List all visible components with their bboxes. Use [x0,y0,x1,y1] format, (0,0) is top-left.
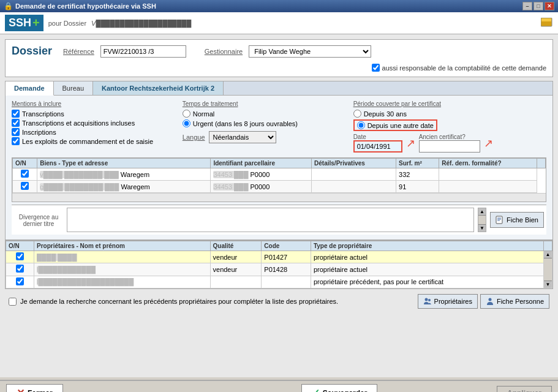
scroll-down-btn[interactable]: ▼ [478,224,486,232]
proprietaires-btn-label: Propriétaires [434,298,472,305]
radio-normal: Normal [183,110,344,118]
mention-inscriptions: Inscriptions [12,128,173,136]
divergence-textarea[interactable] [67,208,474,232]
scroll-up-btn[interactable]: ▲ [478,208,486,216]
dossier-label: pour Dossier [48,20,86,27]
rb-urgent[interactable] [183,119,190,127]
close-window-button[interactable]: ✕ [545,2,554,10]
arrow-ancien-icon: ↗ [484,137,493,150]
arrow-date-icon: ↗ [406,137,415,150]
langue-row: Langue Néerlandais Français [183,131,344,143]
sauvegarder-label: Sauvegarder [323,389,368,393]
proprietaires-table: O/N Propriétaires - Nom et prénom Qualit… [6,241,552,288]
bottom-row: Je demande la recherche concernant les p… [5,292,553,311]
table-row: v████ ████████ ███ Waregem 34453 ███ P00… [13,168,546,181]
highlight-radio-box: Depuis une autre date [353,119,437,131]
svg-rect-2 [496,216,502,224]
langue-select[interactable]: Néerlandais Français [209,131,276,143]
dossier-title: Dossier [12,45,52,58]
window-title: Demande de certificat hypothécaire via S… [15,2,156,10]
reference-input[interactable] [100,45,186,58]
fiche-personne-button[interactable]: Fiche Personne [480,294,549,309]
prop-cb-3[interactable] [16,277,24,285]
fiche-personne-label: Fiche Personne [497,298,544,305]
periode-col: Période couverte par le certificat Depui… [353,100,546,153]
mentions-col: Mentions à inclure Transcriptions Transc… [12,100,173,153]
ssh-text: SSH [9,17,31,29]
minimize-button[interactable]: – [522,2,532,10]
ancien-label: Ancien certificat? [419,134,480,140]
date-label: Date [353,134,402,140]
table-row: g████ ████████ ███ Waregem 34453 ███ P00… [13,181,546,193]
gestionnaire-select[interactable]: Filip Vande Weghe [249,45,371,58]
cb-inscriptions[interactable] [12,128,20,136]
fiche-bien-label: Fiche Bien [507,216,538,224]
dossier-section: Dossier Référence Gestionnaire Filip Van… [5,39,553,77]
langue-label: Langue [183,134,205,141]
ssh-plus: + [32,16,40,30]
prop-cb-2[interactable] [16,265,24,273]
cb-transcriptions[interactable] [12,110,20,118]
radio-depuis30: Depuis 30 ans [353,110,546,118]
bien-cb-1[interactable] [21,170,29,178]
mentions-title: Mentions à inclure [12,100,173,107]
prop-col-on: O/N [6,241,34,251]
ancien-input[interactable] [419,140,480,153]
rb-depuis-autre[interactable] [357,121,365,129]
appliquer-label: Appliquer [507,389,541,393]
ssh-right-icon [541,18,553,29]
prop-scroll-col [544,241,552,251]
svg-point-6 [424,298,428,301]
prop-scroll-down[interactable]: ▼ [544,281,552,288]
rb-normal[interactable] [183,110,190,118]
ssh-bar: SSH + pour Dossier V████████████████████ [0,12,558,34]
mention-transcriptions-acq: Transcriptions et acquisitions incluses [12,119,173,127]
footer-bar: ✕ Fermer ✓ Sauvegarder Appliquer [0,380,558,392]
fermer-label: Fermer [28,389,53,393]
biens-col-adresse: Biens - Type et adresse [37,159,211,168]
fiche-bien-button[interactable]: Fiche Bien [490,212,544,228]
precedents-checkbox[interactable] [9,298,17,306]
prop-col-nom: Propriétaires - Nom et prénom [34,241,211,251]
biens-col-identifiant: Identifiant parcellaire [211,159,312,168]
tab-demande[interactable]: Demande [6,81,54,96]
close-icon: ✕ [17,387,25,392]
biens-col-details: Détails/Privatives [312,159,396,168]
svg-point-7 [428,299,431,301]
comptabilite-checkbox[interactable] [372,64,380,72]
radio-depuis-autre: Depuis une autre date [353,119,546,131]
radio-urgent: Urgent (dans les 8 jours ouvrables) [183,119,344,127]
cb-transcriptions-acq[interactable] [12,119,20,127]
prop-cb-1[interactable] [16,252,24,260]
traitement-col: Temps de traitement Normal Urgent (dans … [183,100,344,153]
tab-kantoor[interactable]: Kantoor Rechtszekerheid Kortrijk 2 [93,81,224,95]
svg-point-8 [488,298,491,301]
demande-body: Mentions à inclure Transcriptions Transc… [6,96,552,239]
gestionnaire-label: Gestionnaire [205,48,243,55]
prop-scroll-up[interactable]: ▲ [544,251,552,258]
periode-title: Période couverte par le certificat [353,100,546,107]
date-input[interactable] [353,140,402,153]
table-row: l████████████████████ propriétaire précé… [6,276,552,288]
proprietaires-button[interactable]: Propriétaires [418,294,478,309]
rb-depuis30[interactable] [353,110,361,118]
bien-cb-2[interactable] [21,182,29,190]
table-row: ████ ████ vendeur P01427 propriétaire ac… [6,251,552,263]
cb-exploits[interactable] [12,137,20,145]
maximize-button[interactable]: □ [533,2,543,10]
biens-col-ref: Réf. dern. formalité? [439,159,537,168]
main-content: Dossier Référence Gestionnaire Filip Van… [0,34,558,377]
fiche-bien-icon [496,216,504,224]
appliquer-button[interactable]: Appliquer [497,386,552,393]
demande-tabs: Demande Bureau Kantoor Rechtszekerheid K… [6,81,552,96]
proprietaires-section: O/N Propriétaires - Nom et prénom Qualit… [5,240,553,289]
sauvegarder-button[interactable]: ✓ Sauvegarder [301,384,378,392]
demande-panel: Demande Bureau Kantoor Rechtszekerheid K… [5,81,553,240]
tab-bureau[interactable]: Bureau [54,81,93,95]
fermer-button[interactable]: ✕ Fermer [6,384,63,392]
divergence-label: Divergence audernier titre [14,213,63,227]
prop-col-code: Code [262,241,311,251]
prop-col-qualite: Qualité [210,241,262,251]
svg-rect-1 [541,18,551,21]
traitement-title: Temps de traitement [183,100,344,107]
